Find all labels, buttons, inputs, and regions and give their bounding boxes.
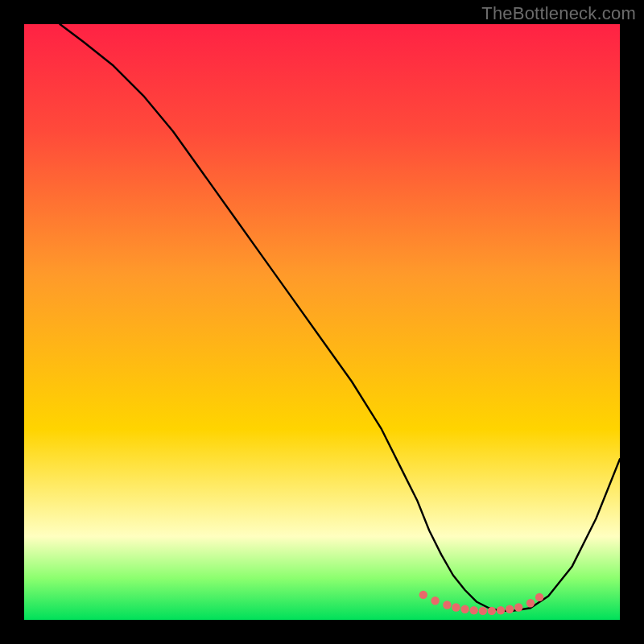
optimal-dot [506,605,514,613]
bottleneck-chart [0,0,644,644]
optimal-dot [419,591,427,599]
optimal-dot [470,606,478,614]
watermark-text: TheBottleneck.com [481,3,636,24]
optimal-dot [526,599,535,607]
optimal-dot [431,597,439,605]
outer-frame: TheBottleneck.com [0,0,644,644]
gradient-plot-area [24,24,620,620]
optimal-dot [452,603,460,611]
optimal-dot [488,607,496,615]
optimal-dot [497,606,505,614]
optimal-dot [535,593,543,601]
optimal-dot [514,603,522,611]
optimal-dot [479,607,487,615]
optimal-dot [460,605,469,613]
optimal-dot [443,601,451,609]
